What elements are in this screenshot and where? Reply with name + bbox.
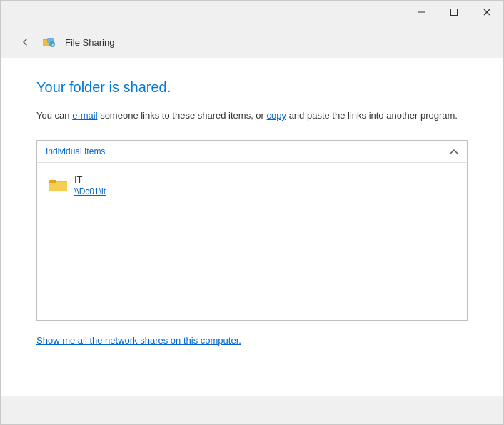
folder-name: IT	[74, 174, 106, 185]
title-bar	[1, 1, 503, 24]
folder-item: IT \\Dc01\it	[49, 171, 455, 199]
chevron-up-icon[interactable]	[450, 146, 458, 156]
desc-part3: and paste the links into another program…	[286, 110, 458, 121]
window-title: File Sharing	[65, 37, 114, 48]
svg-rect-11	[49, 180, 56, 183]
window: ↗ File Sharing Your folder is shared. Yo…	[0, 0, 504, 425]
desc-part2: someone links to these shared items, or	[98, 110, 267, 121]
header-row: ↗ File Sharing	[1, 24, 503, 58]
items-box: Individual Items I	[36, 140, 468, 321]
description-text: You can e-mail someone links to these sh…	[36, 109, 468, 123]
email-link[interactable]: e-mail	[72, 110, 97, 121]
items-box-divider	[111, 151, 444, 151]
shared-heading: Your folder is shared.	[36, 79, 468, 96]
svg-text:↗: ↗	[51, 43, 54, 47]
main-content: Your folder is shared. You can e-mail so…	[1, 58, 503, 396]
folder-path[interactable]: \\Dc01\it	[74, 186, 106, 196]
svg-rect-0	[418, 12, 425, 13]
title-bar-controls	[405, 1, 503, 24]
bottom-bar	[1, 396, 503, 424]
folder-info: IT \\Dc01\it	[74, 174, 106, 196]
close-button[interactable]	[470, 1, 503, 24]
back-button[interactable]	[15, 32, 35, 52]
folder-icon	[49, 176, 69, 193]
copy-link[interactable]: copy	[267, 110, 286, 121]
items-list: IT \\Dc01\it	[37, 163, 467, 320]
svg-rect-10	[49, 182, 67, 191]
minimize-button[interactable]	[405, 1, 438, 24]
window-icon: ↗	[42, 34, 58, 50]
network-shares-link[interactable]: Show me all the network shares on this c…	[36, 335, 241, 346]
svg-rect-1	[451, 9, 458, 16]
items-box-label: Individual Items	[46, 146, 105, 156]
desc-part1: You can	[36, 110, 72, 121]
items-box-header: Individual Items	[37, 141, 467, 163]
maximize-button[interactable]	[438, 1, 470, 24]
